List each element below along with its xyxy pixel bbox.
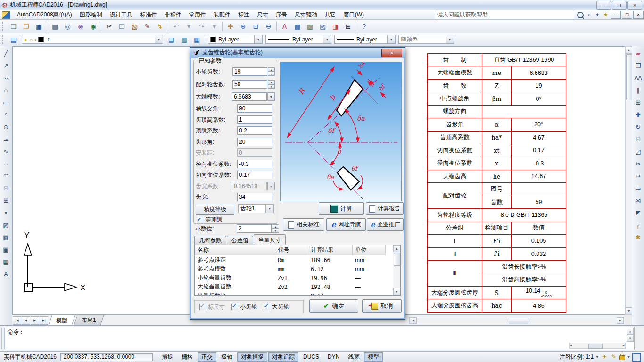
cut-icon[interactable]: ✂ [103, 20, 115, 32]
calc-report-button[interactable]: 计算报告 [366, 202, 404, 215]
command-input[interactable]: 命令: ▲▼ ◀▶ [5, 327, 635, 350]
menu-item-2[interactable]: 图形绘制 [76, 10, 106, 20]
field-spinner[interactable]: ▲▼ [268, 67, 275, 76]
plotstyle-dropdown-arrow[interactable]: ▼ [446, 35, 454, 43]
construction-line-icon[interactable]: ↗ [0, 60, 12, 71]
menu-item-8[interactable]: 标注 [234, 10, 253, 20]
checkbox-2[interactable] [231, 304, 238, 310]
linetype-dropdown-arrow[interactable]: ▼ [323, 35, 331, 43]
toolbar-grip[interactable] [2, 22, 5, 31]
scroll-left-arrow[interactable]: ◀ [410, 317, 417, 324]
scroll-right-arrow[interactable]: ▶ [617, 317, 624, 324]
toggle-DYN[interactable]: DYN [324, 352, 343, 362]
document-close-button[interactable]: ✕ [633, 11, 644, 19]
decimal-places-spinner[interactable]: ▲▼ [272, 224, 279, 233]
field-input-1[interactable] [232, 67, 267, 76]
calculate-button[interactable]: 计算 [319, 202, 364, 215]
restore-button[interactable]: ❐ [612, 1, 627, 10]
text-style-icon[interactable]: A [279, 20, 290, 32]
arc-icon[interactable]: ◜ [0, 109, 12, 120]
col-header-unit[interactable]: 单位 [352, 245, 385, 255]
menu-item-13[interactable]: 窗口(W) [340, 10, 368, 20]
menu-item-3[interactable]: 设计工具 [106, 10, 136, 20]
open-file-icon[interactable]: ❐ [20, 20, 32, 32]
coordinates-display[interactable]: 200.0337, 533.1268, 0.0000 [60, 353, 153, 361]
result-row-1[interactable]: 参考点锥距Rm189.66mm [195, 255, 385, 265]
minimize-button[interactable]: ─ [596, 1, 611, 10]
region-icon[interactable]: ▣ [0, 244, 12, 255]
field-input-3[interactable] [232, 92, 267, 101]
web-navigation-button[interactable]: e 网址导航 [326, 218, 366, 231]
plotstyle-combobox[interactable]: 随颜色 ▼ [398, 35, 454, 44]
dialog-close-button[interactable]: ✕ [381, 49, 402, 57]
redo-drop-icon[interactable]: ▾ [208, 20, 220, 32]
extend-icon[interactable]: ↦ [633, 170, 644, 181]
toggle-对象追踪[interactable]: 对象追踪 [268, 352, 298, 362]
move-icon[interactable]: ✚ [633, 109, 644, 120]
paste-icon[interactable]: ▧ [129, 20, 140, 32]
result-row-5[interactable]: 当量齿数比9.64 [195, 291, 385, 296]
scroll-down-arrow[interactable]: ▼ [393, 288, 400, 295]
make-block-icon[interactable]: ⊞ [0, 195, 12, 206]
toggle-极轴[interactable]: 极轴 [217, 352, 236, 362]
annotation-scale-value[interactable]: 1:1 [586, 354, 594, 360]
field-spinner[interactable]: ▲▼ [268, 80, 275, 89]
spline-icon[interactable]: ∿ [0, 146, 12, 157]
menu-item-5[interactable]: 非标件 [161, 10, 185, 20]
field-input-6[interactable] [237, 126, 272, 135]
annotation-scale-dropdown-arrow[interactable]: ▼ [595, 355, 599, 359]
favorites-star-icon[interactable]: ★ [602, 11, 610, 19]
layer-lock-icon[interactable]: ▪ [35, 37, 37, 42]
precision-grade-button[interactable]: 精度等级 [196, 204, 234, 215]
toggle-栅格[interactable]: 栅格 [178, 352, 197, 362]
dialog-title-bar[interactable]: 直齿锥齿轮(基本锥齿轮) ✕ [190, 48, 405, 58]
zoom-previous-icon[interactable]: ⊖ [263, 20, 274, 32]
lock-dropdown-arrow[interactable]: ▼ [627, 355, 630, 359]
stretch-icon[interactable]: ◿ [633, 146, 644, 157]
copy-object-icon[interactable]: ❐ [633, 60, 644, 71]
polyline-icon[interactable]: ↝ [0, 72, 12, 83]
insert-block-icon[interactable]: ⊡ [0, 182, 12, 194]
undo-icon[interactable]: ↶ [170, 20, 182, 32]
menu-item-4[interactable]: 标准件 [136, 10, 161, 20]
related-standards-button[interactable]: 相关标准 [283, 218, 324, 231]
line-icon[interactable]: ╱ [0, 48, 12, 59]
toolbar-lock-icon[interactable] [619, 355, 625, 360]
tool-palettes-icon[interactable]: ▨ [317, 20, 329, 32]
layout1-tab[interactable]: 布局1 [74, 315, 104, 325]
mirror-icon[interactable]: ∆∆ [633, 72, 644, 83]
gear-select-dropdown-arrow[interactable]: ▼ [265, 205, 273, 213]
multiline-text-icon[interactable]: A [0, 268, 12, 280]
menu-item-11[interactable]: 尺寸驱动 [291, 10, 321, 20]
layer-on-bulb-icon[interactable]: ● [24, 37, 27, 42]
search-icon[interactable] [577, 12, 584, 18]
search-caret-icon[interactable]: ▾ [585, 11, 593, 19]
layer-states-icon[interactable]: ▤ [165, 33, 177, 45]
menu-item-12[interactable]: 其它 [321, 10, 340, 20]
copy-icon[interactable]: ❐ [116, 20, 128, 32]
layer-dropdown-arrow[interactable]: ▼ [155, 35, 163, 43]
auto-annotate-icon[interactable]: ✎ [610, 353, 618, 361]
command-hscrollbar[interactable]: ◀▶ [569, 343, 626, 349]
menu-item-6[interactable]: 常用件 [185, 10, 210, 20]
result-row-2[interactable]: 参考点模数mm6.12mm [195, 264, 385, 273]
layer-freeze-sun-icon[interactable]: ☼ [29, 37, 33, 42]
equal-clearance-checkbox[interactable] [197, 217, 203, 223]
annotation-visibility-icon[interactable]: ✈ [601, 353, 608, 361]
fillet-icon[interactable]: ╭ [633, 219, 644, 230]
menu-item-9[interactable]: 尺寸 [253, 10, 272, 20]
tab-tolerance-values[interactable]: 公差值 [227, 236, 253, 245]
gradient-icon[interactable]: ▩ [0, 231, 12, 243]
ellipse-arc-icon[interactable]: ◠ [0, 170, 12, 181]
quick-calc-icon[interactable]: ⊞ [342, 20, 354, 32]
field-input-2[interactable] [232, 80, 267, 89]
scroll-thumb[interactable] [394, 253, 400, 266]
enterprise-promo-button[interactable]: e 企业推广 [367, 218, 404, 231]
toggle-模型[interactable]: 模型 [364, 352, 383, 362]
tab-first-button[interactable]: |◀ [13, 316, 21, 325]
revision-cloud-icon[interactable]: ☁ [0, 133, 12, 145]
rotate-icon[interactable]: ↻ [633, 121, 644, 132]
lineweight-combobox[interactable]: ByLayer ▼ [334, 35, 396, 44]
lineweight-dropdown-arrow[interactable]: ▼ [387, 35, 395, 43]
table-icon[interactable]: ▦ [0, 256, 12, 267]
